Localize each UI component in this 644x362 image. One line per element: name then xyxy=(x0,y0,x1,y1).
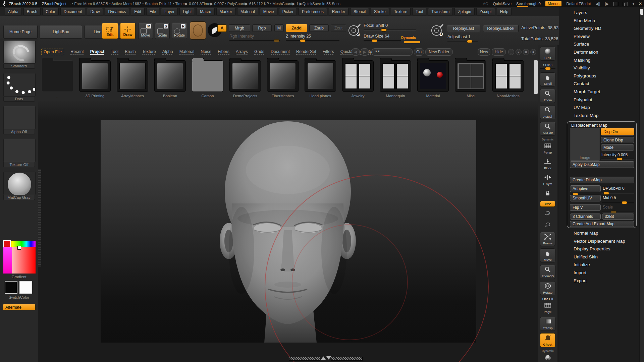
dpsubpix-slider[interactable]: DPSubPix 0 xyxy=(603,186,625,191)
folder-3d-printing[interactable]: 3D Printing xyxy=(77,58,113,98)
view-grid-icon[interactable]: ▤ xyxy=(523,49,529,55)
rotate-button[interactable]: R Rotate xyxy=(172,23,187,39)
m-button[interactable]: M xyxy=(274,24,284,32)
menu-material[interactable]: Material xyxy=(237,8,258,15)
zoom3d-button[interactable]: Zoom3D xyxy=(540,265,555,279)
displacement-image-well[interactable]: Image xyxy=(570,128,600,161)
section-surface[interactable]: Surface xyxy=(559,40,639,48)
solo-button[interactable]: Solo xyxy=(540,353,555,362)
replay-last-rel-button[interactable]: ReplayLastRel xyxy=(483,25,519,32)
folder-boolean[interactable]: Boolean xyxy=(152,58,188,98)
menu-color[interactable]: Color xyxy=(42,8,59,15)
z-intensity-track[interactable] xyxy=(286,40,339,41)
scale-slider[interactable]: Scale xyxy=(603,205,613,209)
clone-disp-button[interactable]: Clone Disp xyxy=(601,137,634,143)
smoothuv-button[interactable]: SmoothUV xyxy=(570,195,601,201)
lightbox-search-input[interactable]: *.* xyxy=(372,48,413,56)
home-page-button[interactable]: Home Page xyxy=(3,25,38,39)
menu-texture[interactable]: Texture xyxy=(391,8,411,15)
create-export-map-button[interactable]: Create And Export Map xyxy=(570,221,634,227)
section-export[interactable]: Export xyxy=(559,277,639,285)
folder-mannequin[interactable]: Mannequin xyxy=(378,58,413,98)
dpsubpix-handle[interactable] xyxy=(603,192,609,195)
see-through-slider[interactable]: See-through 0 xyxy=(516,2,541,6)
minimize-icon[interactable]: ▾ xyxy=(633,2,634,6)
adjust-last-handle[interactable] xyxy=(467,40,473,43)
right-scrollbar-thumb[interactable] xyxy=(640,9,643,15)
spix-handle[interactable] xyxy=(545,67,551,70)
scale-track[interactable] xyxy=(602,212,634,212)
tile-matcap-gray[interactable]: MatCap Gray xyxy=(3,172,35,200)
layout-icon[interactable] xyxy=(613,2,618,6)
move-button[interactable]: M Move xyxy=(138,23,153,39)
rotate-button[interactable]: Rotate xyxy=(540,281,555,295)
menu-light[interactable]: Light xyxy=(179,8,195,15)
menu-zplugin[interactable]: Zplugin xyxy=(454,8,474,15)
menu-transform[interactable]: Transform xyxy=(428,8,453,15)
folder-material[interactable]: Material xyxy=(415,58,451,98)
menu-brush[interactable]: Brush xyxy=(23,8,41,15)
tile-alpha-off[interactable]: Alpha Off xyxy=(3,106,35,134)
lightbox-go-button[interactable]: Go xyxy=(414,48,424,56)
frame-button[interactable]: Frame xyxy=(540,232,555,246)
menu-layer[interactable]: Layer xyxy=(161,8,178,15)
left-divider-handle[interactable] xyxy=(38,169,41,266)
section-texture-map[interactable]: Texture Map xyxy=(559,112,639,120)
aahalf-button[interactable]: AAHalf xyxy=(540,122,555,136)
focal-shift-track[interactable] xyxy=(364,29,416,30)
magenta-column[interactable] xyxy=(3,247,12,274)
section-uv-map[interactable]: UV Map xyxy=(559,104,639,112)
roty-button[interactable]: Y xyxy=(540,209,555,218)
color-picker[interactable] xyxy=(3,241,36,274)
lightbox-new-folder-button[interactable]: New Folder xyxy=(425,48,453,56)
switch-color-label[interactable]: SwitchColor xyxy=(0,295,38,299)
tab-alpha[interactable]: Alpha xyxy=(162,49,173,55)
mid-track[interactable] xyxy=(602,202,634,203)
spix-slider[interactable] xyxy=(540,67,555,70)
focal-shift-handle[interactable] xyxy=(381,28,387,32)
section-polygroups[interactable]: Polygroups xyxy=(559,72,639,80)
mode-button[interactable]: Mode xyxy=(601,144,634,150)
view-menu-icon[interactable]: ≡ xyxy=(530,49,536,55)
intensity-handle[interactable] xyxy=(617,158,623,161)
switch-color-white[interactable] xyxy=(19,281,32,294)
tab-renderset[interactable]: RenderSet xyxy=(296,49,316,55)
lightbox-hide-button[interactable]: Hide xyxy=(492,48,506,56)
tile-texture-off[interactable]: Texture Off xyxy=(3,139,35,167)
section-normal-map[interactable]: Normal Map xyxy=(559,229,639,237)
section-import[interactable]: Import xyxy=(559,269,639,277)
dynamic-label[interactable]: Dynamic xyxy=(401,36,416,40)
adjust-last-track[interactable] xyxy=(447,41,478,42)
adjust-last-slider[interactable]: AdjustLast 1 xyxy=(447,35,471,39)
bit-depth-button[interactable]: 32Bit xyxy=(602,214,634,220)
default-zscript-button[interactable]: DefaultZScript xyxy=(566,2,591,6)
section-masking[interactable]: Masking xyxy=(559,56,639,64)
section-polypaint[interactable]: Polypaint xyxy=(559,96,639,104)
section-unified-skin[interactable]: Unified Skin xyxy=(559,253,639,261)
section-fibermesh[interactable]: FiberMesh xyxy=(559,17,639,25)
channels-button[interactable]: 3 Channels xyxy=(570,214,601,220)
rotz-button[interactable]: Z xyxy=(540,221,555,230)
tab-open-file[interactable]: Open File xyxy=(41,49,64,55)
right-scrollbar[interactable] xyxy=(639,7,644,362)
replay-last-button[interactable]: ReplayLast xyxy=(447,25,480,32)
lightbox-next-button[interactable]: ▶ xyxy=(361,48,369,56)
switch-color-black[interactable] xyxy=(5,281,17,294)
menu-file[interactable]: File xyxy=(146,8,159,15)
folder-misc[interactable]: Misc xyxy=(453,58,488,98)
z-intensity-handle[interactable] xyxy=(300,39,306,42)
tab-arrays[interactable]: Arrays xyxy=(236,49,248,55)
dock-right-icon[interactable]: |||▶ xyxy=(604,2,608,6)
menus-button[interactable]: Menus xyxy=(545,1,562,6)
close-icon[interactable]: ✕ xyxy=(639,1,642,6)
menu-help[interactable]: Help xyxy=(497,8,512,15)
folder-item[interactable]: .. xyxy=(40,58,75,98)
mrgb-button[interactable]: Mrgb xyxy=(229,24,250,32)
move-button[interactable]: Move xyxy=(540,248,555,262)
tile-dots[interactable]: Dots xyxy=(3,73,35,102)
floor-button[interactable]: Floor xyxy=(540,157,555,171)
section-vector-displacement-map[interactable]: Vector Displacement Map xyxy=(559,237,639,245)
view-minimal-icon[interactable]: _ xyxy=(508,49,514,55)
focal-shift-slider[interactable]: Focal Shift 0 xyxy=(364,23,388,28)
dock-left-icon[interactable]: ◀|||| xyxy=(595,2,600,6)
